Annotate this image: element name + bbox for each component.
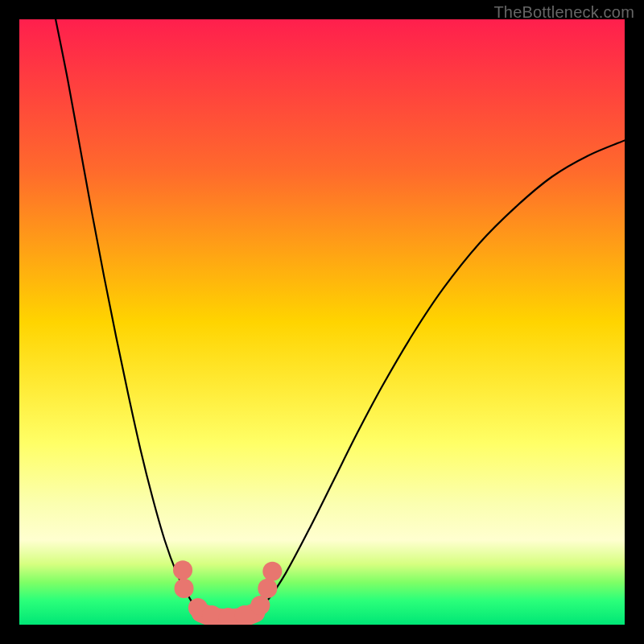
chart-background <box>19 19 625 625</box>
watermark-text: TheBottleneck.com <box>493 3 634 22</box>
valley-dot <box>262 562 282 581</box>
valley-dot <box>250 596 270 615</box>
valley-dot <box>258 579 277 598</box>
valley-dot <box>175 579 194 598</box>
valley-dot <box>173 560 192 580</box>
bottleneck-chart <box>19 19 625 625</box>
valley-dot <box>202 605 221 625</box>
chart-frame <box>19 19 625 625</box>
